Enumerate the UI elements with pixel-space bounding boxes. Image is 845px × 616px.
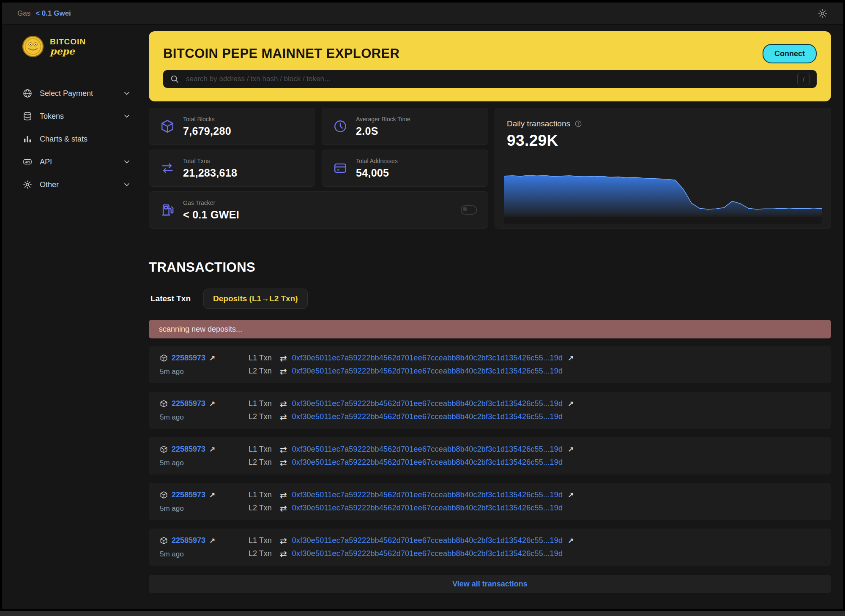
stat-card-text: Total Addresses 54,005	[356, 158, 398, 179]
l2-hash-link[interactable]: 0xf30e5011ec7a59222bb4562d701ee67cceabb8…	[292, 367, 563, 376]
swap-icon: ⇄	[280, 413, 287, 421]
chevron-down-icon	[123, 112, 131, 120]
l1-hash-link[interactable]: 0xf30e5011ec7a59222bb4562d701ee67cceabb8…	[292, 399, 563, 408]
external-link-icon: ↗	[568, 536, 574, 545]
tab-deposits[interactable]: Deposits (L1→L2 Txn)	[203, 289, 308, 309]
view-all-transactions-link[interactable]: View all transactions	[452, 580, 528, 589]
l1-label: L1 Txn	[249, 399, 275, 408]
l1-hash-link[interactable]: 0xf30e5011ec7a59222bb4562d701ee67cceabb8…	[292, 536, 563, 545]
l2-hash-link[interactable]: 0xf30e5011ec7a59222bb4562d701ee67cceabb8…	[292, 549, 563, 558]
gas-label: Gas	[17, 9, 30, 18]
block-link[interactable]: 22585973	[172, 491, 205, 499]
l2-txn-line: L2 Txn ⇄ 0xf30e5011ec7a59222bb4562d701ee…	[249, 504, 574, 512]
sidebar-item-api[interactable]: API API	[22, 154, 131, 170]
row-age: 5m ago	[160, 459, 249, 467]
external-link-icon: ↗	[568, 445, 574, 454]
stat-card-total-blocks: Total Blocks 7,679,280	[149, 108, 315, 145]
stat-card-total-addresses: Total Addresses 54,005	[322, 150, 488, 187]
gas-tracker-toggle[interactable]	[461, 205, 477, 215]
transaction-row: 22585973 ↗ 5m ago L1 Txn ⇄ 0xf30e5011ec7…	[149, 437, 831, 474]
l2-label: L2 Txn	[249, 549, 275, 558]
block-cube-icon	[160, 445, 168, 453]
sidebar-item-label: Charts & stats	[40, 135, 131, 144]
slash-shortcut-hint: /	[797, 73, 810, 85]
block-cube-icon	[160, 354, 168, 362]
tx-block-line: 22585973 ↗	[160, 445, 249, 454]
bottom-scrollbar-strip[interactable]	[0, 611, 845, 616]
cube-icon	[160, 119, 175, 134]
globe-icon	[22, 88, 33, 98]
page-title: BITCOIN PEPE MAINNET EXPLORER	[163, 46, 817, 62]
transaction-row: 22585973 ↗ 5m ago L1 Txn ⇄ 0xf30e5011ec7…	[149, 392, 831, 429]
stat-card-gas-tracker: Gas Tracker < 0.1 GWEI	[149, 191, 488, 229]
daily-transactions-value: 93.29K	[507, 132, 831, 150]
block-link[interactable]: 22585973	[172, 445, 205, 454]
l2-label: L2 Txn	[249, 504, 275, 512]
settings-button[interactable]	[818, 8, 828, 19]
l1-label: L1 Txn	[249, 445, 275, 454]
l2-hash-link[interactable]: 0xf30e5011ec7a59222bb4562d701ee67cceabb8…	[292, 412, 563, 421]
sidebar-menu: Select Payment Tokens	[22, 85, 131, 193]
l1-hash-link[interactable]: 0xf30e5011ec7a59222bb4562d701ee67cceabb8…	[292, 491, 563, 499]
scanning-status-text: scanning new deposits...	[159, 325, 242, 334]
tx-hash-column: L1 Txn ⇄ 0xf30e5011ec7a59222bb4562d701ee…	[249, 354, 574, 376]
sidebar-item-tokens[interactable]: Tokens	[22, 108, 131, 124]
block-cube-icon	[160, 400, 168, 408]
tx-hash-column: L1 Txn ⇄ 0xf30e5011ec7a59222bb4562d701ee…	[249, 491, 574, 512]
stat-label: Total Txns	[183, 158, 237, 164]
l2-label: L2 Txn	[249, 367, 275, 376]
block-link[interactable]: 22585973	[172, 536, 205, 545]
block-link[interactable]: 22585973	[172, 354, 205, 363]
l1-hash-link[interactable]: 0xf30e5011ec7a59222bb4562d701ee67cceabb8…	[292, 354, 563, 363]
connect-button[interactable]: Connect	[763, 44, 817, 63]
tx-block-line: 22585973 ↗	[160, 399, 249, 408]
stats-section: Total Blocks 7,679,280 Averager Block Ti…	[149, 108, 831, 229]
stat-label: Total Blocks	[183, 116, 231, 123]
row-age: 5m ago	[160, 368, 249, 376]
gear-icon	[22, 180, 33, 190]
stat-label: Averager Block Time	[356, 116, 410, 123]
l1-txn-line: L1 Txn ⇄ 0xf30e5011ec7a59222bb4562d701ee…	[249, 445, 574, 454]
stat-label: Gas Tracker	[183, 199, 239, 206]
l2-txn-line: L2 Txn ⇄ 0xf30e5011ec7a59222bb4562d701ee…	[249, 458, 574, 467]
swap-icon: ⇄	[280, 504, 287, 512]
stat-card-text: Total Txns 21,283,618	[183, 158, 237, 179]
info-icon[interactable]	[574, 120, 582, 128]
app-window: Gas < 0.1 Gwei	[2, 3, 843, 609]
row-age: 5m ago	[160, 413, 249, 422]
l2-hash-link[interactable]: 0xf30e5011ec7a59222bb4562d701ee67cceabb8…	[292, 458, 563, 467]
sidebar-item-other[interactable]: Other	[22, 177, 131, 193]
swap-icon: ⇄	[280, 445, 287, 454]
stat-value: < 0.1 GWEI	[183, 209, 239, 221]
tx-block-column: 22585973 ↗ 5m ago	[160, 445, 249, 467]
l2-label: L2 Txn	[249, 412, 275, 421]
brand-logo[interactable]: BITCOIN pepe	[22, 35, 149, 57]
block-link[interactable]: 22585973	[172, 399, 205, 408]
swap-icon: ⇄	[280, 458, 287, 467]
row-age: 5m ago	[160, 550, 249, 559]
daily-transactions-chart	[504, 170, 822, 215]
search-input[interactable]	[185, 74, 791, 84]
search-bar: /	[163, 70, 817, 88]
stat-card-total-txns: Total Txns 21,283,618	[149, 150, 315, 187]
l2-label: L2 Txn	[249, 458, 275, 467]
stat-card-text: Gas Tracker < 0.1 GWEI	[183, 199, 239, 221]
swap-icon: ⇄	[280, 400, 287, 408]
swap-icon: ⇄	[280, 367, 287, 376]
scanning-status-banner: scanning new deposits...	[149, 320, 831, 338]
sidebar-item-select-payment[interactable]: Select Payment	[22, 85, 131, 101]
chevron-down-icon	[123, 158, 131, 166]
l1-hash-link[interactable]: 0xf30e5011ec7a59222bb4562d701ee67cceabb8…	[292, 445, 563, 454]
stat-card-block-time: Averager Block Time 2.0S	[322, 108, 488, 145]
chart-area-fill	[504, 175, 822, 215]
tx-block-line: 22585973 ↗	[160, 354, 249, 363]
swap-arrows-icon	[160, 161, 175, 175]
external-link-icon: ↗	[209, 354, 215, 363]
sidebar-item-label: Other	[40, 180, 116, 189]
tab-latest-txn[interactable]: Latest Txn	[149, 290, 192, 308]
l2-hash-link[interactable]: 0xf30e5011ec7a59222bb4562d701ee67cceabb8…	[292, 504, 563, 512]
sidebar-item-charts-stats[interactable]: Charts & stats	[22, 131, 131, 147]
transactions-list: 22585973 ↗ 5m ago L1 Txn ⇄ 0xf30e5011ec7…	[149, 346, 831, 566]
block-cube-icon	[160, 491, 168, 499]
row-age: 5m ago	[160, 504, 249, 513]
